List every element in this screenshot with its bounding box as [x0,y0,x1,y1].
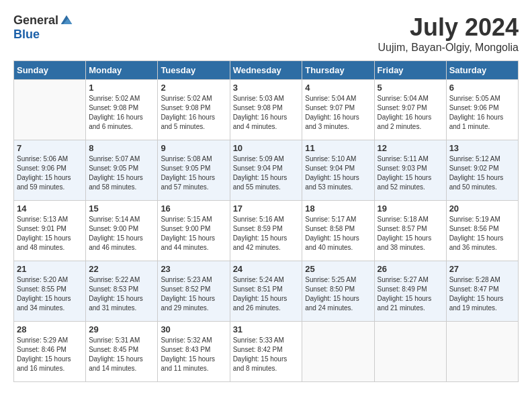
day-info: Sunrise: 5:15 AM Sunset: 9:00 PM Dayligh… [161,215,226,253]
calendar-cell: 15Sunrise: 5:14 AM Sunset: 9:00 PM Dayli… [86,201,158,261]
day-info: Sunrise: 5:03 AM Sunset: 9:08 PM Dayligh… [233,94,300,132]
day-info: Sunrise: 5:23 AM Sunset: 8:52 PM Dayligh… [161,275,226,313]
day-number: 13 [449,143,515,153]
day-number: 3 [233,83,300,93]
day-number: 30 [161,324,226,334]
calendar-cell: 4Sunrise: 5:04 AM Sunset: 9:07 PM Daylig… [302,80,374,140]
calendar-cell: 5Sunrise: 5:04 AM Sunset: 9:07 PM Daylig… [374,80,446,140]
day-number: 1 [89,83,154,93]
day-info: Sunrise: 5:02 AM Sunset: 9:08 PM Dayligh… [89,94,154,132]
day-number: 27 [449,264,515,274]
calendar-cell: 27Sunrise: 5:28 AM Sunset: 8:47 PM Dayli… [446,261,518,322]
weekday-header-sunday: Sunday [14,61,86,80]
logo-general-text: General [13,13,58,28]
page-header: General Blue July 2024 Uujim, Bayan-Olgi… [13,13,519,54]
calendar-cell: 1Sunrise: 5:02 AM Sunset: 9:08 PM Daylig… [86,80,158,140]
calendar-cell: 30Sunrise: 5:32 AM Sunset: 8:43 PM Dayli… [158,322,230,382]
day-number: 4 [305,83,371,93]
calendar-cell: 16Sunrise: 5:15 AM Sunset: 9:00 PM Dayli… [158,201,230,261]
calendar-cell [14,80,86,140]
calendar-cell: 19Sunrise: 5:18 AM Sunset: 8:57 PM Dayli… [374,201,446,261]
day-number: 2 [161,83,226,93]
day-info: Sunrise: 5:06 AM Sunset: 9:06 PM Dayligh… [17,154,83,192]
day-number: 23 [161,264,226,274]
day-number: 16 [161,203,226,214]
calendar-cell: 25Sunrise: 5:25 AM Sunset: 8:50 PM Dayli… [302,261,374,322]
calendar-cell: 31Sunrise: 5:33 AM Sunset: 8:42 PM Dayli… [230,322,302,382]
calendar-cell: 11Sunrise: 5:10 AM Sunset: 9:04 PM Dayli… [302,140,374,201]
calendar-cell [446,322,518,382]
day-number: 25 [305,264,371,274]
calendar-header-row: SundayMondayTuesdayWednesdayThursdayFrid… [14,61,519,80]
day-info: Sunrise: 5:18 AM Sunset: 8:57 PM Dayligh… [378,215,443,253]
day-info: Sunrise: 5:33 AM Sunset: 8:42 PM Dayligh… [233,336,300,373]
day-number: 20 [449,203,515,214]
calendar-cell: 20Sunrise: 5:19 AM Sunset: 8:56 PM Dayli… [446,201,518,261]
calendar-cell: 12Sunrise: 5:11 AM Sunset: 9:03 PM Dayli… [374,140,446,201]
calendar-cell: 23Sunrise: 5:23 AM Sunset: 8:52 PM Dayli… [158,261,230,322]
calendar-week-row: 28Sunrise: 5:29 AM Sunset: 8:46 PM Dayli… [14,322,519,382]
calendar-week-row: 1Sunrise: 5:02 AM Sunset: 9:08 PM Daylig… [14,80,519,140]
day-info: Sunrise: 5:19 AM Sunset: 8:56 PM Dayligh… [449,215,515,253]
calendar-cell: 28Sunrise: 5:29 AM Sunset: 8:46 PM Dayli… [14,322,86,382]
calendar-cell: 17Sunrise: 5:16 AM Sunset: 8:59 PM Dayli… [230,201,302,261]
calendar-week-row: 7Sunrise: 5:06 AM Sunset: 9:06 PM Daylig… [14,140,519,201]
calendar-cell: 9Sunrise: 5:08 AM Sunset: 9:05 PM Daylig… [158,140,230,201]
day-number: 8 [89,143,154,153]
calendar-cell: 3Sunrise: 5:03 AM Sunset: 9:08 PM Daylig… [230,80,302,140]
calendar-cell: 29Sunrise: 5:31 AM Sunset: 8:45 PM Dayli… [86,322,158,382]
day-number: 9 [161,143,226,153]
day-info: Sunrise: 5:29 AM Sunset: 8:46 PM Dayligh… [17,336,83,373]
day-number: 14 [17,203,83,214]
day-info: Sunrise: 5:05 AM Sunset: 9:06 PM Dayligh… [449,94,515,132]
day-number: 11 [305,143,371,153]
day-number: 15 [89,203,154,214]
day-info: Sunrise: 5:24 AM Sunset: 8:51 PM Dayligh… [233,275,300,313]
day-info: Sunrise: 5:14 AM Sunset: 9:00 PM Dayligh… [89,215,154,253]
calendar-cell: 10Sunrise: 5:09 AM Sunset: 9:04 PM Dayli… [230,140,302,201]
day-number: 10 [233,143,300,153]
day-info: Sunrise: 5:28 AM Sunset: 8:47 PM Dayligh… [449,275,515,313]
calendar-cell: 14Sunrise: 5:13 AM Sunset: 9:01 PM Dayli… [14,201,86,261]
day-number: 7 [17,143,83,153]
calendar-cell: 6Sunrise: 5:05 AM Sunset: 9:06 PM Daylig… [446,80,518,140]
day-number: 5 [378,83,443,93]
calendar-cell: 18Sunrise: 5:17 AM Sunset: 8:58 PM Dayli… [302,201,374,261]
calendar-cell: 22Sunrise: 5:22 AM Sunset: 8:53 PM Dayli… [86,261,158,322]
calendar-table: SundayMondayTuesdayWednesdayThursdayFrid… [13,60,519,382]
calendar-cell: 2Sunrise: 5:02 AM Sunset: 9:08 PM Daylig… [158,80,230,140]
day-info: Sunrise: 5:02 AM Sunset: 9:08 PM Dayligh… [161,94,226,132]
calendar-cell: 13Sunrise: 5:12 AM Sunset: 9:02 PM Dayli… [446,140,518,201]
day-number: 18 [305,203,371,214]
day-info: Sunrise: 5:10 AM Sunset: 9:04 PM Dayligh… [305,154,371,192]
day-info: Sunrise: 5:22 AM Sunset: 8:53 PM Dayligh… [89,275,154,313]
calendar-cell [374,322,446,382]
calendar-cell [302,322,374,382]
logo: General Blue [13,13,73,42]
day-info: Sunrise: 5:13 AM Sunset: 9:01 PM Dayligh… [17,215,83,253]
day-info: Sunrise: 5:04 AM Sunset: 9:07 PM Dayligh… [378,94,443,132]
calendar-week-row: 14Sunrise: 5:13 AM Sunset: 9:01 PM Dayli… [14,201,519,261]
month-title: July 2024 [378,13,519,42]
day-info: Sunrise: 5:31 AM Sunset: 8:45 PM Dayligh… [89,336,154,373]
day-number: 21 [17,264,83,274]
day-number: 17 [233,203,300,214]
day-number: 29 [89,324,154,334]
weekday-header-thursday: Thursday [302,61,374,80]
day-number: 19 [378,203,443,214]
calendar-week-row: 21Sunrise: 5:20 AM Sunset: 8:55 PM Dayli… [14,261,519,322]
day-number: 28 [17,324,83,334]
logo-blue-text: Blue [13,28,40,42]
day-info: Sunrise: 5:08 AM Sunset: 9:05 PM Dayligh… [161,154,226,192]
day-info: Sunrise: 5:12 AM Sunset: 9:02 PM Dayligh… [449,154,515,192]
calendar-cell: 24Sunrise: 5:24 AM Sunset: 8:51 PM Dayli… [230,261,302,322]
weekday-header-friday: Friday [374,61,446,80]
weekday-header-tuesday: Tuesday [158,61,230,80]
calendar-cell: 8Sunrise: 5:07 AM Sunset: 9:05 PM Daylig… [86,140,158,201]
day-number: 31 [233,324,300,334]
day-info: Sunrise: 5:09 AM Sunset: 9:04 PM Dayligh… [233,154,300,192]
logo-icon [60,14,73,28]
day-info: Sunrise: 5:32 AM Sunset: 8:43 PM Dayligh… [161,336,226,373]
title-section: July 2024 Uujim, Bayan-Olgiy, Mongolia [378,13,519,54]
day-info: Sunrise: 5:07 AM Sunset: 9:05 PM Dayligh… [89,154,154,192]
